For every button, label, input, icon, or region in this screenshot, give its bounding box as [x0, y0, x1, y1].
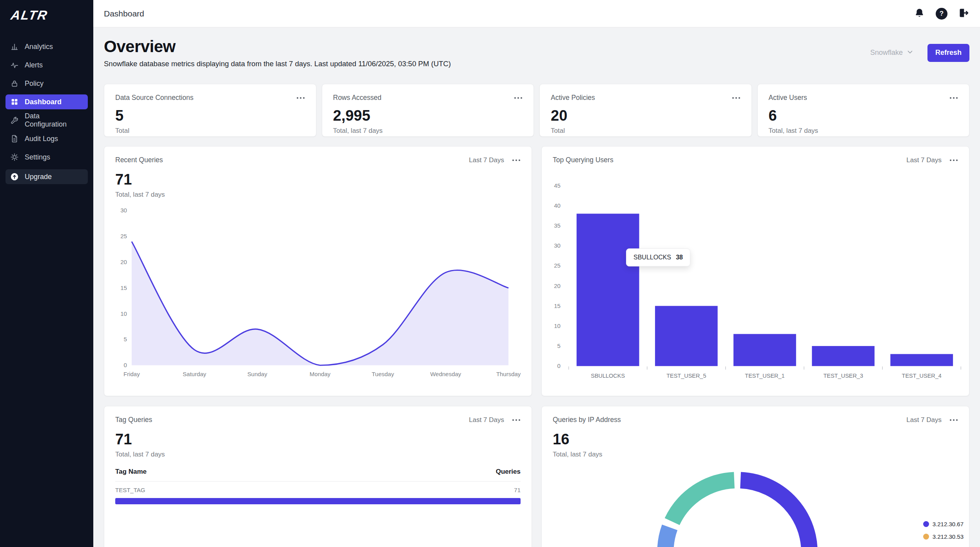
sidebar-item-label: Analytics	[25, 43, 53, 51]
card-title: Active Policies	[551, 94, 595, 102]
main-column: Dashboard ? Overview Snowflake database …	[93, 0, 980, 547]
svg-text:TEST_USER_3: TEST_USER_3	[823, 373, 863, 379]
sidebar: ALTR Analytics Alerts Policy Dashboard	[0, 0, 93, 547]
bell-icon	[914, 8, 925, 20]
legend-dot	[923, 521, 929, 527]
bar-chart-icon	[10, 42, 19, 51]
bottom-row: Tag Queries Last 7 Days 71 Total, last 7…	[104, 406, 969, 547]
stat-card-data-source-connections: Data Source Connections 5 Total	[104, 84, 316, 137]
stat-caption: Total, last 7 days	[322, 127, 534, 135]
topbar-icons: ?	[914, 7, 969, 20]
stat-card-active-policies: Active Policies 20 Total	[539, 84, 752, 137]
svg-text:25: 25	[120, 233, 127, 239]
svg-text:0: 0	[557, 362, 561, 369]
sidebar-item-label: Audit Logs	[25, 135, 58, 143]
table-row: TEST_TAG 71	[115, 487, 521, 493]
svg-text:30: 30	[120, 207, 127, 214]
svg-text:20: 20	[554, 283, 561, 289]
svg-text:TEST_USER_1: TEST_USER_1	[745, 373, 784, 379]
sidebar-item-audit-logs[interactable]: Audit Logs	[5, 131, 88, 146]
sidebar-item-label: Data Configuration	[25, 112, 83, 129]
card-menu-button[interactable]	[296, 94, 305, 102]
card-menu-button[interactable]	[514, 94, 523, 102]
stat-card-active-users: Active Users 6 Total, last 7 days	[757, 84, 970, 137]
card-title: Rows Accessed	[333, 94, 382, 102]
tag-queries-value: 71	[104, 431, 532, 448]
queries-by-ip-donut-chart[interactable]	[542, 406, 969, 547]
logout-button[interactable]	[958, 7, 969, 20]
column-header-queries: Queries	[496, 468, 521, 476]
svg-text:20: 20	[120, 259, 127, 265]
sidebar-item-dashboard[interactable]: Dashboard	[5, 94, 88, 109]
divider	[115, 481, 521, 482]
svg-text:Wednesday: Wednesday	[430, 371, 461, 377]
stat-value: 6	[758, 107, 969, 124]
svg-text:Monday: Monday	[310, 371, 331, 377]
stat-value: 5	[104, 107, 316, 124]
tooltip-value: 38	[676, 254, 683, 261]
tag-queries-table: Tag Name Queries TEST_TAG 71	[104, 468, 532, 504]
charts-row: Recent Queries Last 7 Days 71 Total, las…	[104, 146, 969, 396]
activity-icon	[10, 61, 19, 69]
help-button[interactable]: ?	[936, 8, 947, 20]
legend-item[interactable]: 3.212.30.67	[923, 521, 964, 527]
svg-text:TEST_USER_5: TEST_USER_5	[666, 373, 706, 379]
notifications-button[interactable]	[914, 8, 925, 20]
topbar: Dashboard ?	[93, 0, 980, 27]
card-title: Active Users	[769, 94, 807, 102]
sidebar-item-settings[interactable]: Settings	[5, 150, 88, 165]
gear-icon	[10, 153, 19, 161]
refresh-button[interactable]: Refresh	[927, 44, 969, 62]
svg-text:TEST_USER_4: TEST_USER_4	[902, 373, 942, 379]
top-querying-users-bar-chart[interactable]: 051015202530354045SBULLOCKSTEST_USER_5TE…	[542, 147, 969, 396]
data-source-select-value: Snowflake	[870, 49, 903, 57]
data-source-select[interactable]: Snowflake	[870, 49, 913, 57]
logout-icon	[958, 7, 969, 20]
svg-text:Tuesday: Tuesday	[372, 371, 394, 377]
stat-card-rows-accessed: Rows Accessed 2,995 Total, last 7 days	[322, 84, 534, 137]
sidebar-item-label: Alerts	[25, 61, 43, 69]
legend-item[interactable]: 3.212.30.53	[923, 533, 964, 540]
svg-text:5: 5	[124, 336, 127, 342]
sidebar-item-label: Upgrade	[25, 173, 52, 181]
card-menu-button[interactable]	[512, 416, 521, 424]
sidebar-item-alerts[interactable]: Alerts	[5, 58, 88, 72]
svg-text:45: 45	[554, 182, 561, 189]
range-label: Last 7 Days	[469, 416, 504, 424]
altr-logo: ALTR	[10, 8, 89, 23]
dashboard-content: Overview Snowflake database metrics disp…	[93, 27, 980, 547]
arrow-up-circle-icon	[10, 172, 19, 181]
sidebar-item-upgrade[interactable]: Upgrade	[5, 169, 88, 184]
sidebar-nav: Analytics Alerts Policy Dashboard Data C…	[5, 39, 88, 184]
svg-text:30: 30	[554, 242, 561, 249]
donut-legend: 3.212.30.67 3.212.30.53	[923, 521, 964, 540]
svg-text:25: 25	[554, 262, 561, 269]
card-menu-button[interactable]	[732, 94, 740, 102]
svg-text:SBULLOCKS: SBULLOCKS	[591, 373, 625, 379]
tag-query-count: 71	[514, 487, 521, 493]
sidebar-item-label: Dashboard	[25, 98, 62, 106]
stat-caption: Total	[104, 127, 316, 135]
svg-text:5: 5	[557, 342, 561, 349]
svg-text:10: 10	[120, 310, 127, 317]
page-header: Overview Snowflake database metrics disp…	[104, 37, 969, 68]
column-header-tag-name: Tag Name	[115, 468, 147, 476]
sidebar-item-policy[interactable]: Policy	[5, 76, 88, 91]
legend-dot	[923, 534, 929, 540]
sidebar-item-data-configuration[interactable]: Data Configuration	[5, 113, 88, 128]
topbar-title: Dashboard	[104, 9, 144, 18]
recent-queries-card: Recent Queries Last 7 Days 71 Total, las…	[104, 146, 532, 396]
svg-text:35: 35	[554, 222, 561, 229]
svg-text:Sunday: Sunday	[247, 371, 267, 377]
recent-queries-area-chart[interactable]: 051015202530FridaySaturdaySundayMondayTu…	[104, 147, 532, 396]
card-menu-button[interactable]	[949, 94, 958, 102]
svg-text:15: 15	[120, 284, 127, 291]
card-title: Tag Queries	[115, 416, 152, 424]
sidebar-item-label: Policy	[25, 80, 44, 88]
sidebar-item-label: Settings	[25, 153, 50, 161]
tag-query-bar[interactable]	[115, 498, 521, 504]
tooltip-label: SBULLOCKS	[633, 254, 671, 261]
page-subtitle: Snowflake database metrics displaying da…	[104, 60, 451, 68]
sidebar-item-analytics[interactable]: Analytics	[5, 39, 88, 54]
grid-icon	[10, 98, 19, 106]
